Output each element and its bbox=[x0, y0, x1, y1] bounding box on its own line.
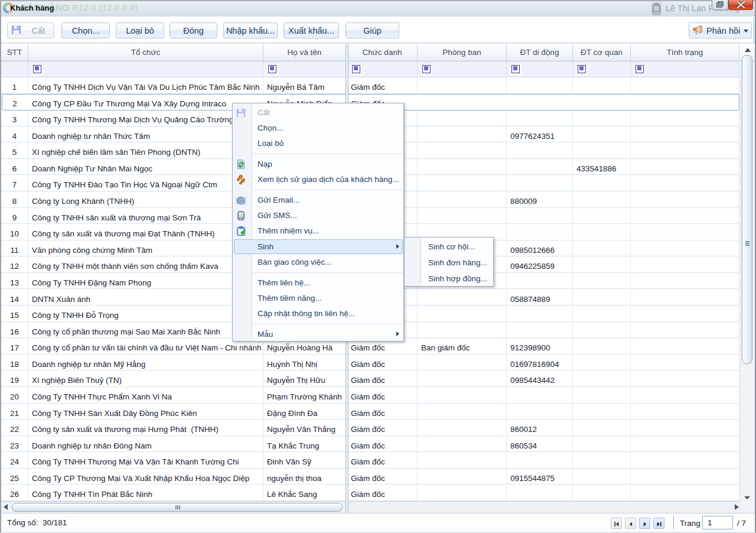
svg-text:@: @ bbox=[238, 197, 244, 204]
